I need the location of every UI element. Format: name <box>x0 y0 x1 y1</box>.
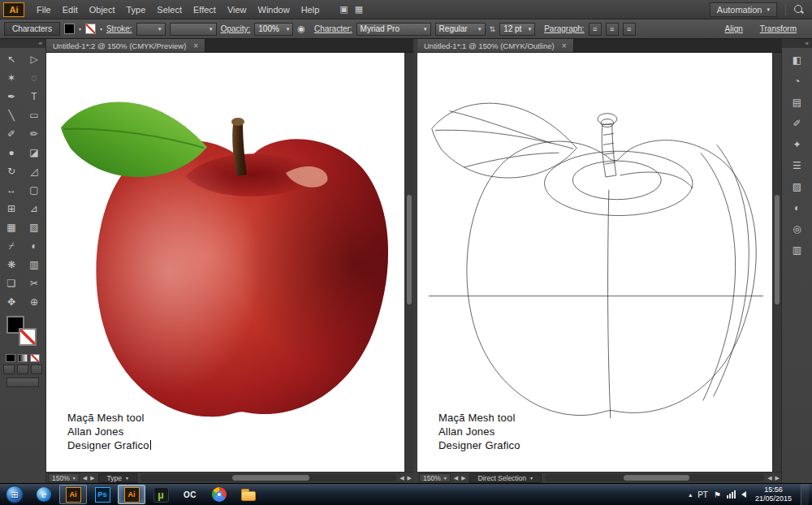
horizontal-scrollbar[interactable] <box>545 474 764 481</box>
brushes-panel-icon[interactable]: ✐ <box>787 114 808 133</box>
paintbrush-tool[interactable]: ✐ <box>0 124 23 143</box>
canvas-preview[interactable]: Maçã Mesh tool Allan Jones Designer Graf… <box>46 53 404 472</box>
artboard-tool[interactable]: ❏ <box>0 274 23 292</box>
menu-file[interactable]: File <box>31 0 57 19</box>
draw-inside-button[interactable] <box>31 365 42 374</box>
close-icon[interactable]: × <box>193 41 198 50</box>
taskbar-illustrator-icon[interactable]: Ai <box>59 485 87 504</box>
taskbar-openoffice-icon[interactable]: OC <box>176 485 204 504</box>
perspective-grid-tool[interactable]: ⊿ <box>23 199 45 218</box>
characters-panel-button[interactable]: Characters <box>4 22 60 36</box>
align-right-button[interactable]: ≡ <box>623 23 636 36</box>
draw-behind-button[interactable] <box>17 365 28 374</box>
align-panel-label[interactable]: Align <box>725 24 743 33</box>
opacity-select[interactable]: 100% ▾ <box>254 23 293 36</box>
font-family-select[interactable]: Myriad Pro ▾ <box>356 23 431 36</box>
menu-effect[interactable]: Effect <box>188 0 222 19</box>
eraser-tool[interactable]: ◪ <box>23 143 45 162</box>
artboard-text-block[interactable]: Maçã Mesh tool Allan Jones Designer Graf… <box>438 411 520 452</box>
vertical-scrollbar[interactable] <box>772 53 781 472</box>
shape-builder-tool[interactable]: ⊞ <box>0 199 23 218</box>
tab-untitled-preview[interactable]: Untitled-1*:2 @ 150% (CMYK/Preview) × <box>46 39 205 52</box>
artboard-prev-icon[interactable]: ◀ <box>454 475 458 481</box>
taskbar-illustrator-2-icon[interactable]: Ai <box>118 485 145 504</box>
layers-panel-icon[interactable]: ▥ <box>787 240 808 260</box>
canvas-outline[interactable]: Maçã Mesh tool Allan Jones Designer Graf… <box>417 53 772 472</box>
font-size-stepper[interactable]: ⇅ <box>490 25 496 33</box>
action-center-flag-icon[interactable]: ⚑ <box>714 490 721 499</box>
color-panel-icon[interactable]: ◧ <box>787 50 808 70</box>
menu-view[interactable]: View <box>222 0 253 19</box>
language-indicator[interactable]: PT <box>698 490 708 499</box>
artboard-next-icon[interactable]: ▶ <box>90 475 94 481</box>
type-tool[interactable]: T <box>23 87 45 106</box>
scroll-right-icon[interactable]: ▶ <box>408 475 412 481</box>
stroke-label[interactable]: Stroke: <box>106 24 132 33</box>
arrange-documents-icon[interactable]: ▦ <box>355 4 363 15</box>
scroll-left-icon[interactable]: ◀ <box>767 475 771 481</box>
brush-definition-select[interactable]: ▾ <box>170 23 217 36</box>
expand-panels-button[interactable]: « <box>782 39 812 48</box>
scrollbar-thumb[interactable] <box>232 475 309 481</box>
symbol-sprayer-tool[interactable]: ❋ <box>0 255 23 274</box>
stroke-swatch[interactable] <box>19 328 37 346</box>
rectangle-tool[interactable]: ▭ <box>23 106 45 124</box>
workspace-switcher[interactable]: Automation ▾ <box>710 2 777 17</box>
selection-tool[interactable]: ↖ <box>0 50 23 68</box>
scrollbar-thumb[interactable] <box>775 195 780 304</box>
menu-edit[interactable]: Edit <box>57 0 84 19</box>
stroke-weight-select[interactable]: ▾ <box>136 23 166 36</box>
scroll-right-icon[interactable]: ▶ <box>775 475 780 481</box>
artboard-next-icon[interactable]: ▶ <box>461 475 465 481</box>
show-desktop-button[interactable] <box>801 484 809 505</box>
tools-panel-collapse[interactable]: « <box>0 39 45 48</box>
zoom-tool[interactable]: ⊕ <box>23 292 45 311</box>
transform-panel-label[interactable]: Transform <box>760 24 797 33</box>
free-transform-tool[interactable]: ▢ <box>23 180 45 199</box>
taskbar-explorer-icon[interactable] <box>235 485 262 504</box>
scroll-left-icon[interactable]: ◀ <box>400 475 404 481</box>
tab-untitled-outline[interactable]: Untitled-1*:1 @ 150% (CMYK/Outline) × <box>417 39 574 52</box>
opacity-label[interactable]: Opacity: <box>221 24 251 33</box>
gradient-button[interactable] <box>18 354 28 362</box>
transparency-panel-icon[interactable]: ◐ <box>787 198 808 218</box>
width-tool[interactable]: ↔ <box>0 180 23 199</box>
taskbar-browser-icon[interactable]: e <box>30 485 58 504</box>
current-tool-status[interactable]: Direct Selection ▾ <box>469 473 542 483</box>
taskbar-clock[interactable]: 15:56 21/05/2015 <box>752 486 795 503</box>
blend-tool[interactable]: ◐ <box>23 236 45 255</box>
color-button[interactable] <box>6 354 15 362</box>
zoom-level-select[interactable]: 150% ▾ <box>419 473 451 482</box>
color-guide-panel-icon[interactable]: ◔ <box>787 71 808 91</box>
menu-window[interactable]: Window <box>253 0 296 19</box>
mesh-tool[interactable]: ▦ <box>0 218 23 236</box>
swatches-panel-icon[interactable]: ▤ <box>787 93 808 112</box>
artboard-prev-icon[interactable]: ◀ <box>83 475 87 481</box>
close-icon[interactable]: × <box>562 41 567 50</box>
network-icon[interactable] <box>727 490 736 499</box>
recolor-artwork-icon[interactable]: ◉ <box>297 24 305 34</box>
menu-help[interactable]: Help <box>296 0 326 19</box>
menu-select[interactable]: Select <box>151 0 188 19</box>
magic-wand-tool[interactable]: ✶ <box>0 68 23 87</box>
scrollbar-thumb[interactable] <box>624 475 689 481</box>
vertical-scrollbar[interactable] <box>404 53 413 472</box>
gradient-tool[interactable]: ▨ <box>23 218 45 236</box>
stroke-color-swatch[interactable] <box>85 24 96 34</box>
stroke-panel-icon[interactable]: ☰ <box>787 156 808 175</box>
draw-normal-button[interactable] <box>3 365 15 374</box>
slice-tool[interactable]: ✂ <box>23 274 45 292</box>
fill-color-swatch[interactable] <box>64 24 75 34</box>
direct-selection-tool[interactable]: ▷ <box>23 50 45 68</box>
taskbar-photoshop-icon[interactable]: Ps <box>89 485 116 504</box>
line-segment-tool[interactable]: ╲ <box>0 106 23 124</box>
paragraph-label[interactable]: Paragraph: <box>544 24 584 33</box>
symbols-panel-icon[interactable]: ✦ <box>787 135 808 154</box>
current-tool-status[interactable]: Type ▾ <box>98 473 137 483</box>
appearance-panel-icon[interactable]: ◎ <box>787 219 808 239</box>
hand-tool[interactable]: ✥ <box>0 292 23 311</box>
screen-mode-icon[interactable]: ▣ <box>339 4 348 15</box>
lasso-tool[interactable]: ◌ <box>23 68 45 87</box>
taskbar-chrome-icon[interactable] <box>205 485 233 504</box>
menu-type[interactable]: Type <box>121 0 152 19</box>
